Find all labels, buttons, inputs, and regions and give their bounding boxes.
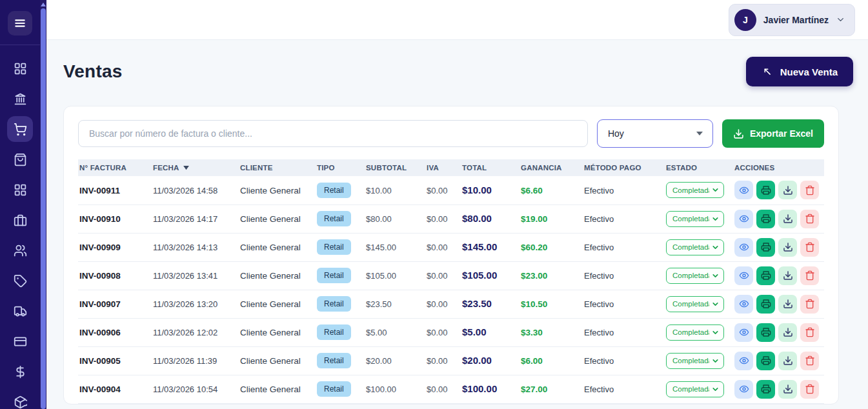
download-button[interactable]	[778, 323, 797, 342]
scroll-up-arrow-icon[interactable]	[41, 3, 46, 6]
sidebar-item-grid[interactable]	[7, 55, 33, 81]
download-icon	[783, 299, 793, 309]
view-button[interactable]	[734, 295, 753, 314]
print-button[interactable]	[756, 323, 775, 342]
credit-card-icon	[14, 335, 27, 348]
view-button[interactable]	[734, 266, 753, 285]
status-select[interactable]: Completada	[666, 381, 724, 397]
invoice-number: INV-00907	[79, 299, 121, 309]
download-button[interactable]	[778, 181, 797, 199]
invoice-number: INV-00904	[79, 384, 121, 394]
subtotal-value: $23.50	[366, 299, 392, 309]
printer-icon	[761, 327, 771, 337]
tag-icon	[14, 274, 27, 288]
view-button[interactable]	[734, 380, 753, 399]
status-value: Completada	[672, 357, 709, 364]
download-button[interactable]	[778, 238, 797, 257]
export-excel-button[interactable]: Exportar Excel	[722, 119, 824, 148]
col-date[interactable]: FECHA	[152, 159, 239, 176]
download-icon	[733, 128, 744, 139]
dollar-sign-icon	[14, 365, 27, 379]
print-button[interactable]	[756, 238, 775, 257]
status-select[interactable]: Completada	[666, 324, 724, 341]
eye-icon	[739, 355, 749, 366]
sidebar-item-shopping-bag[interactable]	[7, 146, 33, 172]
col-actions: ACCIONES	[733, 159, 824, 176]
col-profit: GANANCIA	[520, 159, 583, 176]
cart-icon	[14, 123, 27, 136]
sidebar-item-grid-2[interactable]	[7, 177, 33, 203]
subtotal-value: $105.00	[366, 271, 396, 281]
print-button[interactable]	[756, 181, 775, 199]
download-button[interactable]	[778, 295, 797, 314]
delete-button[interactable]	[800, 352, 819, 370]
total-value: $145.00	[462, 241, 497, 252]
view-button[interactable]	[734, 238, 753, 257]
delete-button[interactable]	[800, 181, 819, 199]
sidebar-item-package[interactable]	[7, 389, 33, 409]
sidebar-item-landmark[interactable]	[7, 86, 33, 112]
users-icon	[14, 244, 27, 257]
payment-method: Efectivo	[584, 214, 614, 224]
status-select[interactable]: Completada	[666, 268, 724, 284]
row-actions	[734, 210, 822, 228]
status-select[interactable]: Completada	[666, 353, 724, 369]
iva-value: $0.00	[427, 243, 448, 252]
new-sale-button[interactable]: Nueva Venta	[746, 57, 853, 86]
profit-value: $6.00	[521, 356, 543, 366]
download-icon	[783, 214, 793, 224]
table-row: INV-00910 11/03/2026 14:17 Cliente Gener…	[78, 204, 824, 233]
row-actions	[734, 181, 822, 199]
status-select[interactable]: Completada	[666, 182, 724, 198]
sidebar-scrollbar[interactable]	[40, 0, 46, 409]
col-client: CLIENTE	[239, 159, 316, 176]
sidebar-item-tag[interactable]	[7, 268, 33, 294]
scrollbar-thumb[interactable]	[41, 8, 46, 409]
period-select[interactable]: Hoy	[597, 119, 713, 148]
row-actions	[734, 380, 822, 399]
print-button[interactable]	[756, 210, 775, 228]
print-button[interactable]	[756, 352, 775, 370]
delete-button[interactable]	[800, 210, 819, 228]
user-menu[interactable]: J Javier Martínez	[729, 4, 855, 36]
delete-button[interactable]	[800, 238, 819, 257]
trash-icon	[805, 242, 815, 252]
print-button[interactable]	[756, 266, 775, 285]
status-select[interactable]: Completada	[666, 211, 724, 227]
status-select[interactable]: Completada	[666, 296, 724, 312]
download-button[interactable]	[778, 210, 797, 228]
trash-icon	[805, 384, 815, 394]
top-header: J Javier Martínez	[46, 0, 868, 40]
search-input[interactable]	[78, 120, 588, 147]
table-row: INV-00904 11/03/2026 10:54 Cliente Gener…	[78, 375, 824, 403]
sidebar-item-dollar-sign[interactable]	[7, 359, 33, 384]
delete-button[interactable]	[800, 323, 819, 342]
sidebar-item-cart[interactable]	[7, 116, 33, 142]
sidebar-item-credit-card[interactable]	[7, 328, 33, 354]
print-button[interactable]	[756, 295, 775, 314]
eye-icon	[739, 242, 749, 252]
view-button[interactable]	[734, 352, 753, 370]
download-button[interactable]	[778, 352, 797, 370]
status-select[interactable]: Completada	[666, 239, 724, 255]
sidebar-item-briefcase[interactable]	[7, 207, 33, 233]
download-button[interactable]	[778, 380, 797, 399]
delete-button[interactable]	[800, 380, 819, 399]
delete-button[interactable]	[800, 266, 819, 285]
view-button[interactable]	[734, 210, 753, 228]
invoice-date: 11/03/2026 14:17	[153, 214, 217, 224]
view-button[interactable]	[734, 181, 753, 199]
eye-icon	[739, 185, 749, 195]
chevron-down-icon	[711, 272, 720, 280]
chevron-down-icon	[711, 357, 720, 365]
download-button[interactable]	[778, 266, 797, 285]
view-button[interactable]	[734, 323, 753, 342]
row-actions	[734, 352, 822, 370]
sidebar-item-truck[interactable]	[7, 298, 33, 324]
menu-toggle-button[interactable]	[8, 11, 32, 35]
sidebar-item-users[interactable]	[7, 237, 33, 263]
subtotal-value: $10.00	[366, 186, 392, 195]
subtotal-value: $100.00	[366, 384, 396, 394]
delete-button[interactable]	[800, 295, 819, 314]
print-button[interactable]	[756, 380, 775, 399]
